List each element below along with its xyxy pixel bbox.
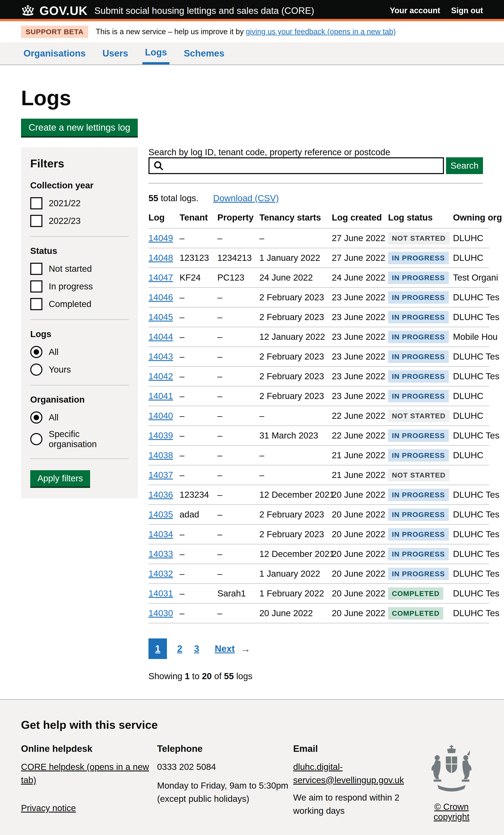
checkbox-completed-label[interactable]: Completed [49, 299, 92, 309]
filter-divider [30, 320, 129, 320]
create-lettings-log-button[interactable]: Create a new lettings log [21, 119, 138, 136]
cell-log-created: 22 June 2022 [332, 426, 388, 445]
radio-organisation-all[interactable] [30, 411, 42, 424]
checkbox-2021-22[interactable] [30, 197, 42, 209]
cell-log: 14035 [148, 505, 180, 524]
log-id-link[interactable]: 14046 [148, 292, 173, 302]
telephone-hours-line2: (except public holidays) [157, 792, 293, 806]
log-id-link[interactable]: 14044 [148, 332, 173, 342]
pagination-next-link[interactable]: Next [215, 644, 235, 654]
checkbox-2022-23[interactable] [30, 215, 42, 227]
radio-organisation-specific-label[interactable]: Specific organisation [49, 429, 129, 449]
filter-divider [30, 236, 129, 237]
filter-group-status: Status Not started In progress Completed [30, 246, 129, 310]
radio-organisation-specific[interactable] [30, 433, 42, 445]
logs-table: Log Tenant Property Tenancy starts Log c… [148, 212, 489, 623]
cell-owning-org: DLUHC [453, 228, 489, 248]
log-id-link[interactable]: 14049 [148, 233, 173, 243]
log-id-link[interactable]: 14033 [148, 549, 173, 559]
nav-tab-users[interactable]: Users [100, 42, 130, 64]
table-row: 14032 – – 1 January 2022 20 June 2022 IN… [148, 564, 489, 584]
radio-logs-all[interactable] [30, 346, 42, 358]
log-id-link[interactable]: 14045 [148, 312, 173, 322]
radio-logs-yours[interactable] [30, 364, 42, 376]
cell-owning-org: Mobile Hou [453, 327, 489, 347]
search-input[interactable] [148, 157, 444, 174]
cell-tenant: – [180, 228, 217, 248]
table-row: 14035 adad – 2 February 2023 20 June 202… [148, 505, 489, 524]
log-id-link[interactable]: 14039 [148, 430, 173, 441]
log-id-link[interactable]: 14043 [148, 351, 173, 362]
pagination-page-3[interactable]: 3 [194, 644, 199, 654]
cell-tenancy-starts: 12 December 2021 [259, 544, 332, 564]
nav-tab-schemes[interactable]: Schemes [181, 42, 227, 64]
cell-tenant: – [180, 307, 217, 327]
log-id-link[interactable]: 14037 [148, 470, 173, 480]
radio-logs-all-label[interactable]: All [49, 347, 59, 357]
cell-tenancy-starts: – [259, 465, 332, 485]
filter-group-collection-year: Collection year 2021/22 2022/23 [30, 180, 129, 227]
checkbox-not-started-label[interactable]: Not started [49, 264, 92, 274]
cell-log: 14030 [148, 603, 180, 623]
checkbox-2022-23-label[interactable]: 2022/23 [49, 216, 81, 226]
log-id-link[interactable]: 14030 [148, 608, 173, 618]
showing-prefix: Showing [148, 671, 185, 681]
pagination-page-1[interactable]: 1 [148, 638, 167, 659]
service-name-link[interactable]: Submit social housing lettings and sales… [94, 5, 314, 16]
status-label: Status [30, 246, 129, 256]
sign-out-link[interactable]: Sign out [451, 6, 483, 15]
log-id-link[interactable]: 14032 [148, 569, 173, 578]
search-button[interactable]: Search [446, 157, 483, 174]
log-id-link[interactable]: 14041 [148, 391, 173, 401]
nav-tab-logs[interactable]: Logs [142, 42, 169, 64]
log-id-link[interactable]: 14035 [148, 509, 173, 520]
log-id-link[interactable]: 14040 [148, 411, 173, 421]
cell-tenancy-starts: 2 February 2023 [259, 287, 332, 307]
radio-logs-yours-label[interactable]: Yours [49, 365, 71, 375]
cell-property: – [217, 228, 259, 248]
log-id-link[interactable]: 14048 [148, 253, 173, 263]
checkbox-in-progress-label[interactable]: In progress [49, 281, 93, 291]
status-badge: IN PROGRESS [388, 311, 449, 323]
your-account-link[interactable]: Your account [390, 6, 440, 15]
cell-log-created: 20 June 2022 [332, 603, 388, 623]
filter-divider [30, 385, 129, 385]
cell-log: 14041 [148, 386, 180, 406]
cell-property: – [217, 386, 259, 406]
pagination-page-2[interactable]: 2 [177, 644, 182, 654]
checkbox-2021-22-label[interactable]: 2021/22 [49, 198, 81, 208]
log-id-link[interactable]: 14031 [148, 588, 173, 598]
email-link[interactable]: dluhc.digital-services@levellingup.gov.u… [293, 762, 404, 785]
radio-organisation-all-label[interactable]: All [49, 412, 59, 423]
core-helpdesk-link[interactable]: CORE helpdesk (opens in a new tab) [21, 762, 149, 785]
log-id-link[interactable]: 14038 [148, 450, 173, 460]
govuk-home-link[interactable]: GOV.UK [21, 4, 87, 18]
log-id-link[interactable]: 14034 [148, 529, 173, 539]
download-csv-link[interactable]: Download (CSV) [213, 193, 279, 203]
feedback-link[interactable]: giving us your feedback (opens in a new … [246, 27, 396, 36]
cell-owning-org: DLUHC [453, 386, 489, 406]
checkbox-in-progress[interactable] [30, 280, 42, 292]
privacy-notice-link[interactable]: Privacy notice [21, 803, 76, 813]
log-id-link[interactable]: 14036 [148, 490, 173, 500]
cell-tenancy-starts: 2 February 2023 [259, 386, 332, 406]
table-row: 14047 KF24 PC123 24 June 2022 24 June 20… [148, 268, 489, 287]
cell-tenancy-starts: – [259, 445, 332, 465]
table-row: 14046 – – 2 February 2023 23 June 2022 I… [148, 287, 489, 307]
cell-tenancy-starts: 31 March 2023 [259, 426, 332, 445]
table-row: 14030 – – 20 June 2022 20 June 2022 COMP… [148, 603, 489, 623]
table-row: 14040 – – – 22 June 2022 NOT STARTED DLU… [148, 406, 489, 426]
email-note: We aim to respond within 2 working days [293, 791, 429, 817]
nav-tab-organisations[interactable]: Organisations [21, 42, 88, 64]
cell-owning-org: DLUHC Tes [453, 603, 489, 623]
col-header-tenancy-starts: Tenancy starts [259, 212, 332, 228]
checkbox-not-started[interactable] [30, 263, 42, 275]
logs-filter-label: Logs [30, 329, 129, 339]
apply-filters-button[interactable]: Apply filters [30, 470, 90, 487]
table-row: 14038 – – – 21 June 2022 IN PROGRESS DLU… [148, 445, 489, 465]
crown-copyright-link[interactable]: © Crown copyright [420, 802, 483, 822]
checkbox-completed[interactable] [30, 298, 42, 310]
log-id-link[interactable]: 14047 [148, 272, 173, 283]
log-id-link[interactable]: 14042 [148, 371, 173, 381]
cell-log: 14048 [148, 248, 180, 268]
